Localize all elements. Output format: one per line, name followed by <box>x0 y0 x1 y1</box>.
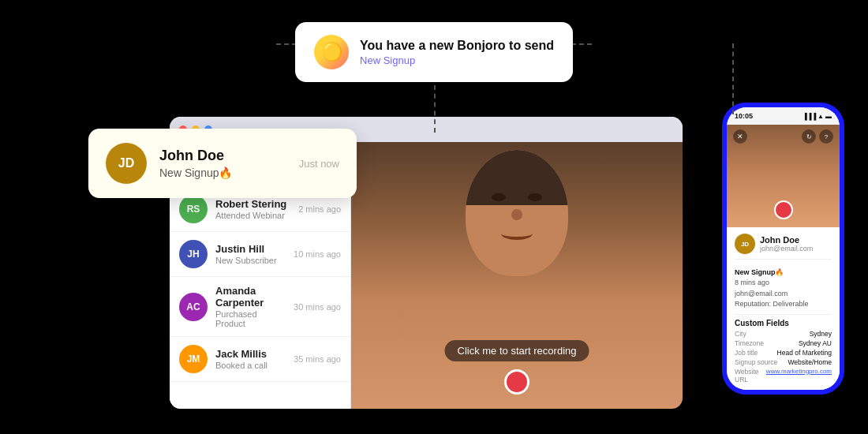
john-doe-info: John Doe New Signup🔥 <box>159 148 286 179</box>
field-val-timezone: Sydney AU <box>799 339 832 347</box>
contact-time-jack: 35 mins ago <box>294 354 341 364</box>
phone-field-websiteurl: Website URL www.marketingpro.com <box>735 368 832 383</box>
phone-help-icon[interactable]: ? <box>819 129 833 144</box>
phone-camera-area: ✕ ↻ ? <box>727 125 840 227</box>
notification-subtitle: New Signup <box>360 54 554 66</box>
field-val-city: Sydney <box>810 330 832 338</box>
phone-detail-email: john@email.com <box>735 289 832 300</box>
signal-icon: ▐▐▐ <box>803 113 816 120</box>
mouth <box>501 227 533 240</box>
avatar-jack: JM <box>179 345 208 373</box>
phone-divider-1 <box>735 259 832 260</box>
phone-time-ago: 8 mins ago <box>735 278 832 289</box>
field-key-jobtitle: Job title <box>735 349 758 357</box>
avatar-amanda: AC <box>179 293 208 321</box>
contact-status-justin: New Subscriber <box>215 256 286 265</box>
contact-info-jack: Jack Millis Booked a call <box>215 348 286 370</box>
face-simulation <box>454 150 580 308</box>
phone-field-signupsource: Signup source Website/Home <box>735 358 832 366</box>
john-doe-subtitle: New Signup🔥 <box>159 166 286 179</box>
phone-close-button[interactable]: ✕ <box>733 129 747 144</box>
phone-contact-avatar: JD <box>735 234 755 254</box>
battery-icon: ▬ <box>825 113 832 120</box>
field-key-city: City <box>735 330 746 338</box>
video-area: Click me to start recording <box>351 142 683 409</box>
phone-custom-fields-title: Custom Fields <box>735 319 832 327</box>
record-button[interactable] <box>504 369 529 395</box>
contact-item-justin[interactable]: JH Justin Hill New Subscriber 10 mins ag… <box>170 232 350 277</box>
contact-item-jack[interactable]: JM Jack Millis Booked a call 35 mins ago <box>170 337 350 382</box>
phone-mockup: 10:05 ▐▐▐ ▲ ▬ ✕ ↻ ? JD John Doe john <box>722 103 844 395</box>
phone-status-bar: 10:05 ▐▐▐ ▲ ▬ <box>727 107 840 125</box>
dashed-line-vertical <box>434 85 436 133</box>
contact-name-justin: Justin Hill <box>215 243 286 255</box>
phone-record-button[interactable] <box>774 200 793 219</box>
dashed-line-right <box>732 43 734 114</box>
field-val-websiteurl[interactable]: www.marketingpro.com <box>766 368 832 383</box>
phone-field-city: City Sydney <box>735 330 832 338</box>
phone-field-jobtitle: Job title Head of Marketing <box>735 349 832 357</box>
avatar-robert: RS <box>179 195 208 223</box>
eye-right <box>528 193 542 201</box>
notification-title: You have a new Bonjoro to send <box>360 39 554 53</box>
field-val-jobtitle: Head of Marketing <box>777 349 832 357</box>
field-val-signupsource: Website/Home <box>788 358 832 366</box>
phone-contact-row: JD John Doe john@email.com <box>735 234 832 254</box>
contact-info-amanda: Amanda Carpenter Purchased Product <box>215 285 286 328</box>
contact-name-jack: Jack Millis <box>215 348 286 360</box>
contact-time-robert: 2 mins ago <box>298 204 341 214</box>
field-key-timezone: Timezone <box>735 339 764 347</box>
contact-time-amanda: 30 mins ago <box>294 302 341 312</box>
recording-prompt[interactable]: Click me to start recording <box>445 340 589 361</box>
contact-status-jack: Booked a call <box>215 361 286 370</box>
contact-info-justin: Justin Hill New Subscriber <box>215 243 286 265</box>
notification-content: You have a new Bonjoro to send New Signu… <box>360 39 554 66</box>
phone-contact-name: John Doe <box>760 235 813 245</box>
phone-refresh-icon[interactable]: ↻ <box>802 129 816 144</box>
phone-divider-2 <box>735 314 832 315</box>
face-oval <box>466 150 568 276</box>
nose <box>511 209 522 220</box>
john-doe-time: Just now <box>299 158 339 170</box>
john-doe-card: JD John Doe New Signup🔥 Just now <box>88 129 357 198</box>
signal-icons: ▐▐▐ ▲ ▬ <box>803 113 832 120</box>
field-key-websiteurl: Website URL <box>735 368 766 383</box>
phone-info-section: JD John Doe john@email.com New Signup🔥 8… <box>727 227 840 390</box>
contact-status-robert: Attended Webinar <box>215 211 290 220</box>
contact-name-robert: Robert Stering <box>215 198 290 210</box>
phone-top-icons: ↻ ? <box>802 129 833 144</box>
avatar-justin: JH <box>179 240 208 268</box>
contact-name-amanda: Amanda Carpenter <box>215 285 286 309</box>
eye-left <box>492 193 506 201</box>
phone-contact-email: john@email.com <box>760 245 813 253</box>
phone-time: 10:05 <box>735 112 753 120</box>
phone-inner: 10:05 ▐▐▐ ▲ ▬ ✕ ↻ ? JD John Doe john <box>727 107 840 390</box>
field-key-signupsource: Signup source <box>735 358 777 366</box>
contact-time-justin: 10 mins ago <box>294 249 341 259</box>
eyes <box>492 193 542 201</box>
notification-popup: 🟡 You have a new Bonjoro to send New Sig… <box>295 22 573 82</box>
john-doe-avatar: JD <box>106 143 147 184</box>
contact-info-robert: Robert Stering Attended Webinar <box>215 198 290 220</box>
bonjoro-icon: 🟡 <box>314 35 349 69</box>
contact-status-amanda: Purchased Product <box>215 309 286 328</box>
phone-field-timezone: Timezone Sydney AU <box>735 339 832 347</box>
phone-badge: New Signup🔥 <box>735 268 784 276</box>
john-doe-name: John Doe <box>159 148 286 164</box>
contact-item-amanda[interactable]: AC Amanda Carpenter Purchased Product 30… <box>170 277 350 337</box>
phone-reputation: Reputation: Deliverable <box>735 299 832 310</box>
wifi-icon: ▲ <box>817 113 824 120</box>
phone-contact-details: John Doe john@email.com <box>760 235 813 253</box>
